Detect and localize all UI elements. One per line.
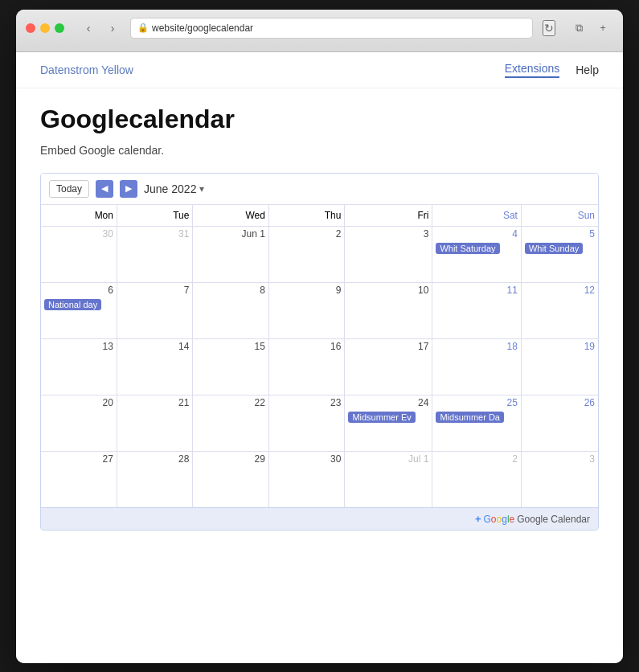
calendar-day[interactable]: Jul 1	[345, 451, 432, 507]
day-number: 2	[272, 228, 341, 240]
calendar-day[interactable]: 22	[193, 395, 268, 451]
calendar-day[interactable]: 18	[432, 338, 522, 395]
window-controls: ⧉ +	[568, 19, 613, 37]
day-number: 28	[121, 453, 189, 465]
month-year-title: June 2022 ▾	[144, 182, 204, 195]
lock-icon: 🔒	[137, 23, 149, 33]
nav-extensions[interactable]: Extensions	[505, 62, 559, 78]
new-tab-button[interactable]: +	[592, 19, 613, 37]
nav-help[interactable]: Help	[576, 64, 599, 76]
calendar-day[interactable]: 8	[193, 282, 268, 338]
day-number: 3	[525, 453, 595, 465]
address-bar[interactable]: 🔒 website/googlecalendar	[130, 18, 533, 39]
calendar-day[interactable]: 30	[41, 226, 117, 282]
tile-button[interactable]: ⧉	[568, 19, 589, 37]
event-badge[interactable]: Midsummer Da	[436, 412, 504, 423]
calendar-day[interactable]: 20	[41, 395, 117, 451]
google-calendar-link[interactable]: + Google Google Calendar	[49, 513, 590, 525]
site-header: Datenstrom Yellow Extensions Help	[16, 52, 623, 88]
col-header-mon: Mon	[41, 205, 117, 227]
day-number: 13	[44, 341, 113, 352]
calendar-day[interactable]: 11	[432, 282, 522, 338]
calendar-header: Today ◀ ▶ June 2022 ▾	[41, 174, 598, 205]
calendar-day[interactable]: 17	[345, 338, 432, 395]
calendar-day[interactable]: 27	[41, 451, 117, 507]
traffic-lights	[26, 23, 64, 33]
day-number: 8	[196, 285, 264, 296]
day-number: Jul 1	[348, 453, 428, 465]
maximize-button[interactable]	[55, 23, 64, 33]
event-badge[interactable]: Whit Sunday	[525, 243, 583, 254]
calendar-day[interactable]: 3	[345, 226, 432, 282]
day-number: 9	[272, 285, 341, 296]
calendar-day[interactable]: 31	[117, 226, 192, 282]
day-number: 5	[525, 228, 595, 240]
calendar-day[interactable]: 15	[193, 338, 268, 395]
day-number: 10	[348, 285, 428, 296]
calendar-day[interactable]: 9	[268, 282, 344, 338]
event-badge[interactable]: Midsummer Ev	[348, 412, 415, 423]
page-subtitle: Embed Google calendar.	[40, 144, 599, 157]
next-month-button[interactable]: ▶	[120, 180, 137, 198]
day-number: 2	[436, 453, 518, 465]
day-number: 18	[436, 341, 518, 352]
calendar-day[interactable]: 14	[117, 338, 192, 395]
day-number: 30	[272, 453, 341, 465]
calendar-day[interactable]: 2	[432, 451, 522, 507]
day-number: 4	[436, 228, 518, 240]
calendar-day[interactable]: 2	[268, 226, 344, 282]
calendar-day[interactable]: 3	[521, 451, 598, 507]
calendar-day[interactable]: 23	[268, 395, 344, 451]
google-logo: Google	[484, 514, 515, 525]
calendar-day[interactable]: 16	[268, 338, 344, 395]
calendar-day[interactable]: 10	[345, 282, 432, 338]
day-number: 19	[525, 341, 595, 352]
calendar-day[interactable]: 29	[193, 451, 268, 507]
back-button[interactable]: ‹	[77, 19, 100, 37]
nav-buttons: ‹ ›	[77, 19, 124, 37]
calendar-day[interactable]: 12	[521, 282, 598, 338]
day-number: 30	[44, 228, 113, 240]
site-logo: Datenstrom Yellow	[40, 64, 133, 76]
event-badge[interactable]: National day	[44, 299, 101, 310]
calendar-day[interactable]: 4Whit Saturday	[432, 226, 522, 282]
calendar-day[interactable]: 26	[521, 395, 598, 451]
day-number: 23	[272, 397, 341, 408]
event-badge[interactable]: Whit Saturday	[436, 243, 499, 254]
minimize-button[interactable]	[40, 23, 50, 33]
page-title: Googlecalendar	[40, 104, 599, 134]
calendar-day[interactable]: 13	[41, 338, 117, 395]
calendar-day[interactable]: 6National day	[41, 282, 117, 338]
forward-button[interactable]: ›	[101, 19, 124, 37]
day-number: 17	[348, 341, 428, 352]
col-header-sat: Sat	[432, 205, 522, 227]
day-number: 27	[44, 453, 113, 465]
day-number: 22	[196, 397, 264, 408]
calendar-day[interactable]: 7	[117, 282, 192, 338]
calendar-day[interactable]: 5Whit Sunday	[521, 226, 598, 282]
calendar-day[interactable]: Jun 1	[193, 226, 268, 282]
day-number: 20	[44, 397, 113, 408]
calendar-day[interactable]: 21	[117, 395, 192, 451]
day-number: 31	[121, 228, 189, 240]
calendar-day[interactable]: 24Midsummer Ev	[345, 395, 432, 451]
main-content: Googlecalendar Embed Google calendar. To…	[16, 88, 623, 555]
day-number: 21	[121, 397, 189, 408]
close-button[interactable]	[26, 23, 35, 33]
reload-button[interactable]: ↻	[543, 20, 555, 36]
day-number: 11	[436, 285, 518, 296]
day-number: 12	[525, 285, 595, 296]
today-button[interactable]: Today	[49, 180, 89, 198]
month-dropdown-icon[interactable]: ▾	[199, 183, 204, 195]
browser-chrome: ‹ › 🔒 website/googlecalendar ↻ ⧉ +	[16, 10, 623, 52]
day-number: 6	[44, 285, 113, 296]
prev-month-button[interactable]: ◀	[96, 180, 113, 198]
calendar-day[interactable]: 19	[521, 338, 598, 395]
calendar-day[interactable]: 28	[117, 451, 192, 507]
calendar-day[interactable]: 30	[268, 451, 344, 507]
day-number: 26	[525, 397, 595, 408]
browser-window: ‹ › 🔒 website/googlecalendar ↻ ⧉ + Daten…	[16, 10, 623, 663]
calendar-day[interactable]: 25Midsummer Da	[432, 395, 522, 451]
day-number: 29	[196, 453, 264, 465]
col-header-thu: Thu	[268, 205, 344, 227]
